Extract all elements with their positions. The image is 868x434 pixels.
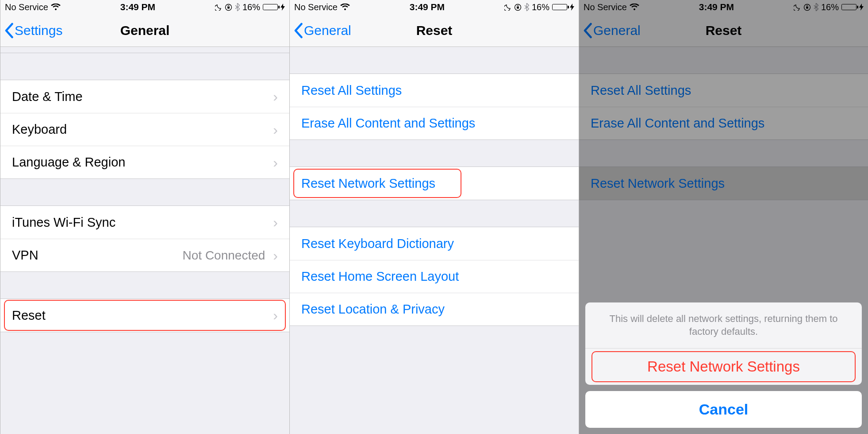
chevron-right-icon: › [273, 215, 278, 229]
battery-icon [263, 4, 278, 10]
screen-general: No Service 3:49 PM 16% Setti [0, 0, 289, 434]
carrier-label: No Service [5, 2, 48, 12]
wifi-icon [340, 4, 350, 11]
back-button[interactable]: General [290, 23, 351, 39]
bluetooth-icon [814, 3, 818, 11]
row-language-region[interactable]: Language & Region › [0, 146, 289, 178]
chevron-right-icon: › [273, 89, 278, 104]
row-label: Reset Network Settings [301, 176, 435, 191]
battery-icon [841, 4, 856, 10]
row-reset[interactable]: Reset › [0, 299, 289, 332]
action-sheet: This will delete all network settings, r… [585, 302, 862, 428]
back-label: General [304, 23, 351, 38]
charging-icon [570, 4, 574, 11]
row-label: Reset Home Screen Layout [301, 269, 459, 284]
chevron-right-icon: › [273, 308, 278, 322]
nav-bar: General Reset [579, 14, 868, 47]
row-reset-network-settings[interactable]: Reset Network Settings [579, 167, 868, 200]
svg-point-4 [804, 4, 810, 10]
status-bar: No Service 3:49 PM 16% [579, 0, 868, 14]
row-label: VPN [12, 248, 38, 263]
row-reset-location-privacy[interactable]: Reset Location & Privacy [290, 293, 579, 326]
chevron-right-icon: › [273, 123, 278, 137]
action-sheet-cancel-label: Cancel [699, 401, 749, 418]
action-sheet-cancel-button[interactable]: Cancel [585, 391, 862, 428]
page-title: Reset [706, 23, 742, 38]
screen-reset-confirm: No Service 3:49 PM 16% General Reset Res… [579, 0, 868, 434]
wifi-icon [630, 4, 639, 11]
row-label: Reset All Settings [591, 83, 691, 98]
row-erase-all-content[interactable]: Erase All Content and Settings [290, 107, 579, 140]
chevron-right-icon: › [273, 248, 278, 263]
screen-reset: No Service 3:49 PM 16% General Reset Res… [289, 0, 579, 434]
row-label: Reset [12, 308, 46, 323]
content: Date & Time › Keyboard › Language & Regi… [0, 47, 289, 434]
row-label: Erase All Content and Settings [301, 116, 475, 131]
row-reset-keyboard-dictionary[interactable]: Reset Keyboard Dictionary [290, 227, 579, 260]
battery-pct-label: 16% [821, 2, 839, 12]
status-bar: No Service 3:49 PM 16% [290, 0, 579, 14]
carrier-label: No Service [584, 2, 627, 12]
clock-label: 3:49 PM [410, 2, 445, 12]
row-reset-home-screen-layout[interactable]: Reset Home Screen Layout [290, 260, 579, 293]
page-title: General [120, 23, 170, 38]
bluetooth-icon [524, 3, 529, 11]
content: Reset All Settings Erase All Content and… [290, 47, 579, 434]
action-sheet-destructive-button[interactable]: Reset Network Settings [585, 349, 862, 385]
row-label: Date & Time [12, 89, 83, 104]
lock-rotation-icon [514, 4, 522, 11]
row-vpn[interactable]: VPN Not Connected › [0, 239, 289, 271]
nav-bar: General Reset [290, 14, 579, 47]
svg-rect-3 [517, 7, 519, 8]
svg-rect-1 [227, 7, 230, 8]
svg-rect-5 [806, 7, 808, 8]
row-itunes-wifi-sync[interactable]: iTunes Wi-Fi Sync › [0, 206, 289, 239]
battery-icon [552, 4, 567, 10]
moon-icon [794, 4, 801, 11]
chevron-right-icon: › [273, 155, 278, 170]
lock-rotation-icon [803, 4, 811, 11]
status-bar: No Service 3:49 PM 16% [0, 0, 289, 14]
nav-bar: Settings General [0, 14, 289, 47]
wifi-icon [51, 4, 61, 11]
action-sheet-message: This will delete all network settings, r… [585, 302, 862, 349]
row-label: Reset Keyboard Dictionary [301, 236, 454, 251]
bluetooth-icon [235, 3, 240, 11]
battery-pct-label: 16% [532, 2, 549, 12]
row-erase-all-content[interactable]: Erase All Content and Settings [579, 107, 868, 140]
row-label: Language & Region [12, 155, 125, 170]
row-date-time[interactable]: Date & Time › [0, 80, 289, 113]
back-label: Settings [15, 23, 62, 38]
row-reset-all-settings[interactable]: Reset All Settings [290, 74, 579, 107]
clock-label: 3:49 PM [699, 2, 734, 12]
row-label: Reset Location & Privacy [301, 302, 445, 317]
carrier-label: No Service [294, 2, 338, 12]
lock-rotation-icon [225, 4, 232, 11]
page-title: Reset [416, 23, 453, 38]
moon-icon [215, 4, 222, 11]
back-label: General [593, 23, 641, 38]
row-label: iTunes Wi-Fi Sync [12, 215, 115, 230]
moon-icon [504, 4, 511, 11]
back-button[interactable]: Settings [0, 23, 62, 39]
row-reset-all-settings[interactable]: Reset All Settings [579, 74, 868, 107]
action-sheet-destructive-label: Reset Network Settings [647, 358, 800, 375]
row-reset-network-settings[interactable]: Reset Network Settings [290, 167, 579, 200]
charging-icon [859, 4, 864, 11]
row-label: Reset Network Settings [591, 176, 725, 191]
row-label: Keyboard [12, 122, 67, 137]
vpn-status: Not Connected [183, 248, 265, 263]
battery-pct-label: 16% [242, 2, 260, 12]
row-keyboard[interactable]: Keyboard › [0, 113, 289, 146]
charging-icon [280, 4, 285, 11]
row-label: Reset All Settings [301, 83, 402, 98]
clock-label: 3:49 PM [120, 2, 155, 12]
back-button[interactable]: General [579, 23, 641, 39]
row-label: Erase All Content and Settings [591, 116, 764, 131]
